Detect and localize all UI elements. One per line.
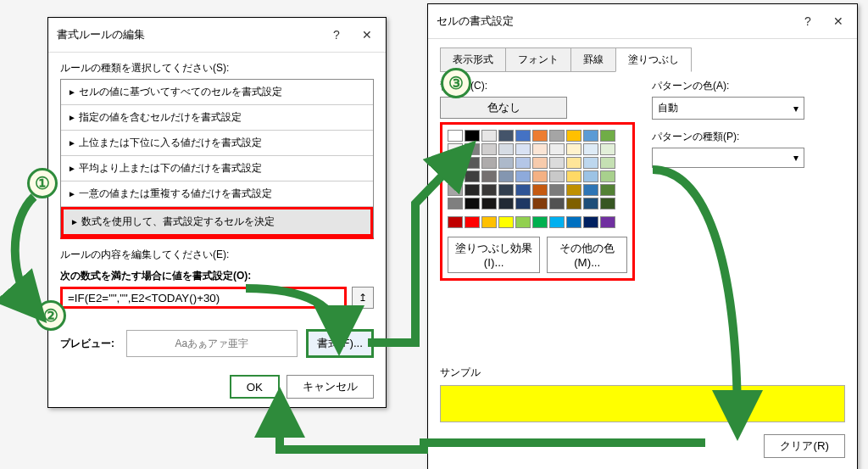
color-swatch[interactable] <box>600 143 615 155</box>
ok-button[interactable]: OK <box>230 375 280 399</box>
color-swatch[interactable] <box>448 130 463 142</box>
close-icon[interactable]: ✕ <box>352 25 382 45</box>
color-swatch[interactable] <box>583 143 598 155</box>
close-icon[interactable]: ✕ <box>823 11 854 31</box>
sample-section: サンプル <box>440 366 845 422</box>
color-swatch[interactable] <box>566 130 581 142</box>
color-swatch[interactable] <box>515 157 531 169</box>
color-swatch[interactable] <box>583 170 598 182</box>
color-swatch[interactable] <box>566 216 581 228</box>
color-swatch[interactable] <box>583 130 598 142</box>
color-swatch[interactable] <box>600 130 615 142</box>
color-swatch[interactable] <box>532 157 548 169</box>
color-swatch[interactable] <box>481 216 497 228</box>
color-swatch[interactable] <box>566 143 581 155</box>
color-swatch[interactable] <box>515 198 531 209</box>
more-colors-button[interactable]: その他の色(M)... <box>547 237 627 273</box>
no-color-button[interactable]: 色なし <box>440 97 567 119</box>
select-rule-type-label: ルールの種類を選択してください(S): <box>60 61 374 75</box>
color-swatch[interactable] <box>532 216 548 228</box>
color-swatch[interactable] <box>465 170 480 182</box>
color-swatch[interactable] <box>600 170 615 182</box>
tab-border[interactable]: 罫線 <box>570 47 616 72</box>
rule-type-item[interactable]: 指定の値を含むセルだけを書式設定 <box>61 105 373 131</box>
color-swatch[interactable] <box>481 157 497 169</box>
color-swatch[interactable] <box>549 130 565 142</box>
color-swatch[interactable] <box>515 216 531 228</box>
color-swatch[interactable] <box>498 184 514 196</box>
color-swatch[interactable] <box>448 198 463 209</box>
color-swatch[interactable] <box>448 184 463 196</box>
format-button[interactable]: 書式(F)... <box>306 329 374 358</box>
color-swatch[interactable] <box>481 143 497 155</box>
rule-type-item[interactable]: 一意の値または重複する値だけを書式設定 <box>61 181 373 207</box>
color-swatch[interactable] <box>481 184 497 196</box>
color-swatch[interactable] <box>549 143 565 155</box>
color-swatch[interactable] <box>448 170 463 182</box>
format-cells-body: 表示形式 フォント 罫線 塗りつぶし 背景色(C): 色なし 塗りつぶし効果(I… <box>428 39 857 466</box>
color-swatch[interactable] <box>465 198 480 209</box>
chevron-down-icon: ▾ <box>793 152 798 164</box>
clear-button[interactable]: クリア(R) <box>764 434 845 458</box>
color-swatch[interactable] <box>498 198 514 209</box>
color-swatch[interactable] <box>549 157 565 169</box>
color-swatch[interactable] <box>532 170 548 182</box>
color-swatch[interactable] <box>481 198 497 209</box>
color-swatch[interactable] <box>566 157 581 169</box>
color-swatch[interactable] <box>465 184 480 196</box>
color-swatch[interactable] <box>498 170 514 182</box>
preview-row: プレビュー: Aaあぁアァ亜宇 書式(F)... <box>60 329 374 358</box>
color-swatch[interactable] <box>549 216 565 228</box>
fill-effects-button[interactable]: 塗りつぶし効果(I)... <box>448 237 540 273</box>
color-swatch[interactable] <box>583 157 598 169</box>
pattern-color-combo[interactable]: 自動 ▾ <box>652 97 804 120</box>
color-swatch[interactable] <box>583 184 598 196</box>
help-button[interactable]: ? <box>321 25 352 45</box>
color-swatch[interactable] <box>498 157 514 169</box>
color-swatch[interactable] <box>532 198 548 209</box>
cancel-button[interactable]: キャンセル <box>287 375 374 399</box>
range-picker-icon[interactable]: ↥ <box>352 287 374 309</box>
color-swatch[interactable] <box>549 170 565 182</box>
color-swatch[interactable] <box>515 170 531 182</box>
color-swatch[interactable] <box>481 130 497 142</box>
color-swatch[interactable] <box>532 143 548 155</box>
color-swatch[interactable] <box>465 143 480 155</box>
rule-type-item-selected[interactable]: 数式を使用して、書式設定するセルを決定 <box>61 207 373 237</box>
color-swatch[interactable] <box>600 198 615 209</box>
tab-fill[interactable]: 塗りつぶし <box>615 47 692 72</box>
color-swatch[interactable] <box>465 130 480 142</box>
help-button[interactable]: ? <box>793 11 823 31</box>
color-swatch[interactable] <box>600 216 615 228</box>
color-swatch[interactable] <box>600 184 615 196</box>
color-swatch[interactable] <box>549 184 565 196</box>
color-swatch[interactable] <box>532 184 548 196</box>
color-swatch[interactable] <box>465 157 480 169</box>
color-swatch[interactable] <box>583 216 598 228</box>
edit-rule-dialog: 書式ルールの編集 ? ✕ ルールの種類を選択してください(S): セルの値に基づ… <box>47 17 387 408</box>
rule-type-item[interactable]: セルの値に基づいてすべてのセルを書式設定 <box>61 80 373 105</box>
color-swatch[interactable] <box>566 184 581 196</box>
color-swatch[interactable] <box>515 143 531 155</box>
rule-type-item[interactable]: 上位または下位に入る値だけを書式設定 <box>61 131 373 156</box>
color-swatch[interactable] <box>532 130 548 142</box>
pattern-type-combo[interactable]: ▾ <box>652 148 804 168</box>
color-swatch[interactable] <box>498 130 514 142</box>
color-swatch[interactable] <box>515 184 531 196</box>
color-swatch[interactable] <box>498 143 514 155</box>
color-swatch[interactable] <box>498 216 514 228</box>
color-swatch[interactable] <box>448 216 463 228</box>
tab-font[interactable]: フォント <box>505 47 571 72</box>
color-swatch[interactable] <box>465 216 480 228</box>
color-swatch[interactable] <box>566 198 581 209</box>
color-swatch[interactable] <box>448 157 463 169</box>
color-swatch[interactable] <box>583 198 598 209</box>
color-swatch[interactable] <box>549 198 565 209</box>
color-swatch[interactable] <box>448 143 463 155</box>
color-swatch[interactable] <box>566 170 581 182</box>
color-swatch[interactable] <box>600 157 615 169</box>
color-swatch[interactable] <box>481 170 497 182</box>
formula-input[interactable] <box>60 287 347 309</box>
color-swatch[interactable] <box>515 130 531 142</box>
rule-type-item[interactable]: 平均より上または下の値だけを書式設定 <box>61 156 373 181</box>
